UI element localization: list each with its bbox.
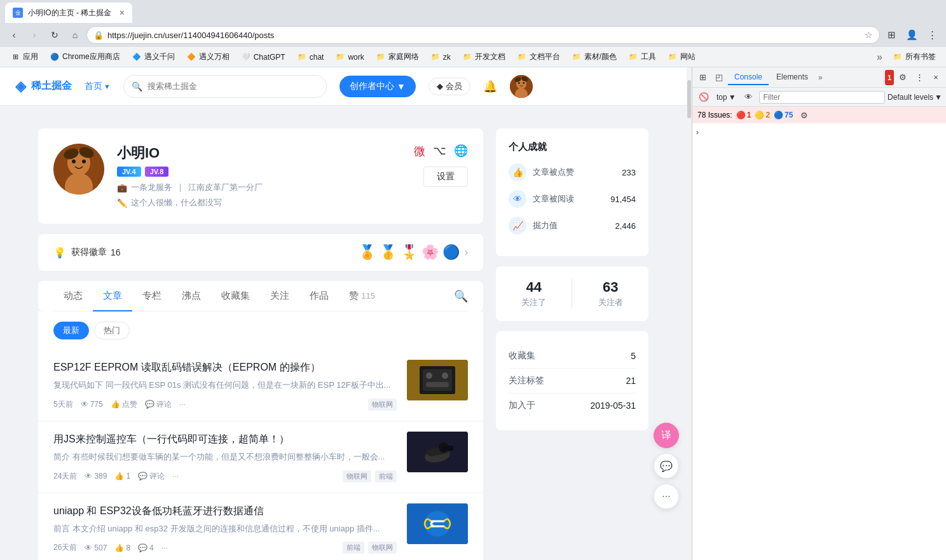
folder-icon: 📁	[572, 52, 582, 62]
divider	[572, 279, 572, 308]
bookmark-chat[interactable]: 📁 chat	[292, 50, 329, 64]
tab-activity[interactable]: 动态	[53, 281, 93, 311]
tab-works[interactable]: 作品	[299, 281, 339, 311]
github-link[interactable]: ⌥	[433, 144, 446, 159]
bookmark-all[interactable]: 📁 所有书签	[888, 50, 941, 64]
tab-close-icon[interactable]: ×	[120, 8, 125, 18]
create-center-button[interactable]: 创作者中心 ▼	[339, 76, 416, 97]
feedback-button[interactable]: 💬	[654, 453, 679, 479]
profile-button[interactable]: 👤	[903, 26, 921, 44]
forward-button[interactable]: ›	[25, 26, 43, 44]
devtools-vertical-menu[interactable]: ⋮	[912, 70, 927, 85]
tab-boiling[interactable]: 沸点	[172, 281, 211, 311]
more-float-button[interactable]: ···	[654, 484, 679, 509]
badge-emoji-2[interactable]: 🥇	[380, 244, 397, 261]
bookmark-chatgpt[interactable]: 🤍 ChatGPT	[236, 50, 291, 64]
more-icon[interactable]: ···	[179, 400, 186, 409]
extensions-button[interactable]: ⊞	[882, 26, 900, 44]
power-icon: 📈	[509, 217, 526, 235]
home-nav[interactable]: 首页 ▼	[85, 81, 111, 92]
devtools-tab-elements[interactable]: Elements	[770, 70, 814, 85]
article-item[interactable]: uniapp 和 ESP32设备低功耗蓝牙进行数据通信 前言 本文介绍 unia…	[38, 493, 483, 560]
devtools-clear-button[interactable]: 🚫	[696, 90, 711, 105]
devtools-close-button[interactable]: ×	[928, 70, 943, 85]
more-icon[interactable]: ···	[161, 543, 168, 552]
devtools-error-badge[interactable]: 1	[885, 70, 894, 85]
bookmark-doc-platform[interactable]: 📁 文档平台	[512, 50, 565, 64]
more-button[interactable]: ⋮	[923, 26, 941, 44]
tab-likes[interactable]: 赞 115	[339, 281, 385, 311]
badge-icons: 🏅 🥇 🎖️ 🌸 🔵	[359, 244, 460, 261]
devtools-eye-button[interactable]: 👁	[741, 90, 757, 105]
home-button[interactable]: ⌂	[66, 26, 84, 44]
notification-bell[interactable]: 🔔	[483, 79, 497, 93]
filter-latest[interactable]: 最新	[53, 322, 89, 339]
tab-collections[interactable]: 收藏集	[211, 281, 260, 311]
bookmark-chrome-store[interactable]: 🔵 Chrome应用商店	[45, 50, 125, 64]
search-input[interactable]	[147, 81, 319, 91]
devtools-tab-console[interactable]: Console	[728, 70, 769, 85]
weibo-link[interactable]: 微	[414, 144, 425, 159]
address-bar[interactable]: 🔒 https://juejin.cn/user/114004941606440…	[86, 26, 880, 44]
article-item[interactable]: ESP12F EEPROM 读取乱码错误解决（EEPROM 的操作） 复现代码如…	[38, 350, 483, 421]
page-scrollbar[interactable]	[687, 67, 692, 560]
bookmarks-more-button[interactable]: »	[873, 50, 886, 65]
bookmark-home-network[interactable]: 📁 家庭网络	[371, 50, 424, 64]
bookmark-apps[interactable]: ⊞ 应用	[5, 50, 43, 64]
settings-button[interactable]: 设置	[423, 167, 468, 187]
tab-columns[interactable]: 专栏	[132, 281, 172, 311]
devtools-content-arrow[interactable]: ›	[696, 128, 699, 137]
article-item[interactable]: 用JS来控制遥控车（一行代码即可连接，超简单！） 简介 有些时候我们想要做车辆的…	[38, 421, 483, 493]
bookmark-materials[interactable]: 📁 素材/颜色	[566, 50, 622, 64]
devtools-dock-button[interactable]: ⊞	[695, 70, 710, 85]
bookmark-tools[interactable]: 📁 工具	[623, 50, 661, 64]
devtools-inspect-button[interactable]: ◰	[711, 70, 727, 85]
tab-search-button[interactable]: 🔍	[454, 281, 468, 311]
scrollbar-thumb[interactable]	[687, 80, 691, 118]
back-button[interactable]: ‹	[5, 26, 23, 44]
bookmark-wanxiang[interactable]: 🔶 遇义万相	[181, 50, 235, 64]
article-tags: 物联网	[368, 399, 397, 411]
svg-point-10	[72, 160, 76, 163]
bookmark-dev-docs[interactable]: 📁 开发文档	[457, 50, 511, 64]
briefcase-icon: 💼	[117, 183, 127, 193]
website-link[interactable]: 🌐	[454, 144, 468, 159]
folder-icon: 📁	[462, 52, 472, 62]
badge-emoji-4[interactable]: 🌸	[422, 244, 439, 261]
badge-emoji-1[interactable]: 🏅	[359, 244, 376, 261]
following-stat[interactable]: 44 关注了	[521, 279, 546, 308]
article-thumbnail	[407, 360, 468, 400]
bookmark-zk[interactable]: 📁 zk	[425, 50, 456, 64]
bookmark-work[interactable]: 📁 work	[330, 50, 369, 64]
article-time: 24天前	[53, 471, 77, 482]
badge-emoji-5[interactable]: 🔵	[442, 244, 460, 261]
eye-icon: 👁	[509, 190, 526, 208]
tab-following[interactable]: 关注	[260, 281, 299, 311]
filter-hot[interactable]: 热门	[94, 322, 130, 339]
bookmark-qianwen[interactable]: 🔷 遇义千问	[127, 50, 180, 64]
devtools-filter-input[interactable]	[759, 91, 885, 104]
profile-bio: ✏️ 这个人很懒，什么都没写	[117, 197, 414, 208]
search-bar[interactable]: 🔍	[123, 75, 327, 98]
badges-chevron-icon[interactable]: ›	[465, 247, 468, 258]
site-logo[interactable]: ◈ 稀土掘金	[15, 78, 72, 95]
followers-stat[interactable]: 63 关注者	[598, 279, 623, 308]
devtools-settings-button[interactable]: ⚙	[895, 70, 910, 85]
devtools-more-tabs[interactable]: »	[816, 73, 825, 82]
badge-emoji-3[interactable]: 🎖️	[401, 244, 418, 261]
tab-articles[interactable]: 文章	[93, 281, 132, 311]
bookmark-star-icon[interactable]: ☆	[865, 30, 873, 40]
user-avatar[interactable]	[510, 75, 533, 98]
bookmark-websites[interactable]: 📁 网站	[662, 50, 701, 64]
browser-tab[interactable]: 金 小明IO的主页 - 稀土掘金 ×	[5, 3, 132, 23]
achievement-value: 233	[622, 168, 636, 177]
more-icon[interactable]: ···	[172, 472, 179, 481]
devtools-context-select[interactable]: top ▼	[714, 92, 739, 103]
badges-title: 获得徽章 16	[71, 247, 121, 258]
member-button[interactable]: ◆ 会员	[428, 78, 470, 95]
devtools-issues-settings[interactable]: ⚙	[797, 107, 812, 123]
translate-button[interactable]: 译	[654, 423, 679, 448]
devtools-levels-select[interactable]: Default levels ▼	[888, 93, 942, 102]
reload-button[interactable]: ↻	[46, 26, 64, 44]
article-tags: 前端 物联网	[343, 542, 397, 554]
